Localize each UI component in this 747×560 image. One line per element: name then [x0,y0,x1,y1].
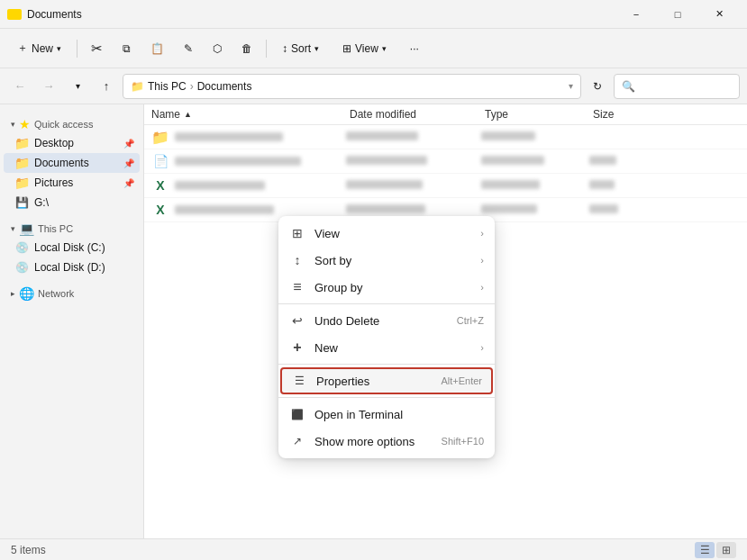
title-bar-left: Documents [7,8,82,21]
properties-ctx-icon: ☰ [291,373,307,389]
header-name-label: Name [151,108,180,121]
view-icon: ⊞ [342,42,351,55]
row4-type [481,203,589,216]
copy-button[interactable]: ⧉ [114,34,139,63]
pin-icon-documents: 📌 [123,158,134,168]
ctx-item-show-more[interactable]: ↗ Show more options Shift+F10 [278,428,495,455]
ctx-item-undo-delete[interactable]: ↩ Undo Delete Ctrl+Z [278,307,495,334]
ctx-item-group-by[interactable]: ≡ Group by › [278,274,495,301]
row1-name-blur [175,132,283,141]
group-ctx-icon: ≡ [289,279,305,295]
cut-icon: ✂ [91,41,103,57]
ctx-item-properties-container: ☰ Properties Alt+Enter [280,367,493,394]
ctx-item-new[interactable]: + New › [278,334,495,361]
title-bar: Documents − □ ✕ [0,0,747,29]
row1-icon: 📁 [151,128,169,146]
delete-button[interactable]: 🗑 [233,34,260,63]
up-button[interactable]: ↑ [94,74,119,99]
close-button[interactable]: ✕ [698,0,740,29]
new-button[interactable]: ＋ New ▾ [7,34,71,63]
ctx-undo-label: Undo Delete [314,314,448,328]
view-button[interactable]: ⊞ View ▾ [333,34,396,63]
thispc-label: This PC [38,223,73,234]
share-icon: ⬡ [213,42,222,55]
sidebar-item-label-pictures: Pictures [34,176,73,189]
forward-button[interactable]: → [36,74,61,99]
paste-button[interactable]: 📋 [142,34,172,63]
pin-icon-pictures: 📌 [123,178,134,188]
ctx-item-sort-by[interactable]: ↕ Sort by › [278,247,495,274]
row2-name [175,157,346,166]
row2-type [481,155,589,167]
sidebar-item-documents[interactable]: 📁 Documents 📌 [4,153,140,173]
sort-button[interactable]: ↕ Sort ▾ [272,34,329,63]
header-size[interactable]: Size [593,108,740,121]
sidebar-item-local-c[interactable]: 💿 Local Disk (C:) [4,238,140,257]
recent-button[interactable]: ▾ [65,74,90,99]
cut-button[interactable]: ✂ [83,34,111,63]
copy-icon: ⧉ [123,42,131,55]
thispc-icon: 💻 [19,221,34,236]
header-date[interactable]: Date modified [350,108,485,121]
view-grid-button[interactable]: ⊞ [716,542,736,558]
file-row-3[interactable]: X [144,174,747,198]
network-chevron-icon: ▸ [11,289,15,298]
row3-size [589,179,740,192]
ctx-new-label: New [314,341,471,355]
undo-ctx-icon: ↩ [289,312,305,329]
ctx-group-label: Group by [314,281,471,294]
sidebar-item-desktop[interactable]: 📁 Desktop 📌 [4,133,140,153]
row3-date [346,179,481,192]
file-row-2[interactable]: 📄 [144,149,747,174]
row2-date [346,155,481,167]
thispc-chevron-icon: ▾ [11,224,15,233]
status-view-buttons: ☰ ⊞ [695,542,736,558]
share-button[interactable]: ⬡ [205,34,230,63]
toolbar-separator-2 [266,40,267,58]
file-row-1[interactable]: 📁 [144,125,747,149]
ctx-show-more-label: Show more options [314,435,433,448]
search-icon: 🔍 [622,80,635,93]
row2-type-blur [481,156,544,165]
view-list-button[interactable]: ☰ [695,542,715,558]
local-d-icon: 💿 [14,260,29,275]
ctx-item-open-terminal[interactable]: ⬛ Open in Terminal [278,401,495,428]
more-button[interactable]: ··· [400,34,429,63]
sort-label: Sort [291,42,311,55]
search-box[interactable]: 🔍 [614,74,740,99]
ctx-properties-label: Properties [316,375,432,388]
rename-button[interactable]: ✎ [176,34,201,63]
ctx-sep-3 [278,397,495,398]
local-c-icon: 💿 [14,240,29,255]
ctx-item-view[interactable]: ⊞ View › [278,220,495,247]
address-input[interactable]: 📁 This PC › Documents ▾ [123,74,581,99]
refresh-button[interactable]: ↻ [585,74,610,99]
header-name[interactable]: Name ▲ [151,108,350,121]
sidebar-item-label-desktop: Desktop [34,137,74,149]
sidebar-item-local-d[interactable]: 💿 Local Disk (D:) [4,257,140,277]
sidebar-network-header[interactable]: ▸ 🌐 Network [0,281,143,303]
sort-arrow-icon: ▾ [314,44,319,53]
file-header: Name ▲ Date modified Type Size [144,104,747,125]
sidebar-thispc-header[interactable]: ▾ 💻 This PC [0,216,143,238]
network-icon: 🌐 [19,286,34,301]
minimize-button[interactable]: − [615,0,657,29]
new-plus-icon: ＋ [17,41,28,56]
sidebar-item-pictures[interactable]: 📁 Pictures 📌 [4,173,140,193]
address-dropdown-icon[interactable]: ▾ [569,81,573,91]
header-type[interactable]: Type [485,108,593,121]
header-size-label: Size [593,108,614,121]
back-button[interactable]: ← [7,74,32,99]
maximize-button[interactable]: □ [657,0,698,29]
quick-access-star-icon: ★ [19,117,31,131]
sidebar-quick-access-header[interactable]: ▾ ★ Quick access [0,112,143,133]
ctx-item-properties[interactable]: ☰ Properties Alt+Enter [282,369,491,393]
row4-icon: X [151,201,169,219]
sidebar-item-g-drive[interactable]: 💾 G:\ [4,193,140,212]
address-breadcrumb-documents: Documents [197,80,252,93]
row4-date [346,203,481,216]
paste-icon: 📋 [150,42,164,55]
terminal-ctx-icon: ⬛ [289,406,305,422]
g-drive-icon: 💾 [14,195,29,210]
toolbar-separator-1 [77,40,77,58]
